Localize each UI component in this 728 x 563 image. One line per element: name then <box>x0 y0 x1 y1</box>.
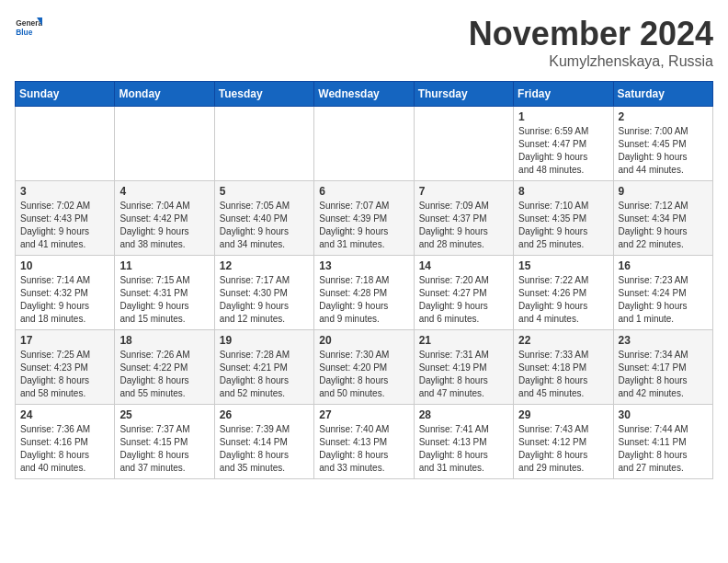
day-number: 10 <box>20 259 109 272</box>
day-info: Sunrise: 7:17 AM Sunset: 4:30 PM Dayligh… <box>220 274 309 326</box>
calendar-week-1: 1Sunrise: 6:59 AM Sunset: 4:47 PM Daylig… <box>16 107 713 181</box>
day-info: Sunrise: 6:59 AM Sunset: 4:47 PM Dayligh… <box>518 125 608 177</box>
day-info: Sunrise: 7:25 AM Sunset: 4:23 PM Dayligh… <box>20 349 109 400</box>
column-header-tuesday: Tuesday <box>214 82 313 107</box>
calendar-day-27: 27Sunrise: 7:40 AM Sunset: 4:13 PM Dayli… <box>314 405 414 479</box>
day-number: 4 <box>119 185 209 198</box>
empty-cell <box>314 107 414 181</box>
calendar-day-15: 15Sunrise: 7:22 AM Sunset: 4:26 PM Dayli… <box>514 256 613 330</box>
calendar-day-2: 2Sunrise: 7:00 AM Sunset: 4:45 PM Daylig… <box>613 107 712 181</box>
day-info: Sunrise: 7:36 AM Sunset: 4:16 PM Dayligh… <box>20 423 109 475</box>
day-info: Sunrise: 7:37 AM Sunset: 4:15 PM Dayligh… <box>119 423 209 475</box>
calendar-day-6: 6Sunrise: 7:07 AM Sunset: 4:39 PM Daylig… <box>314 181 414 256</box>
calendar-day-5: 5Sunrise: 7:05 AM Sunset: 4:40 PM Daylig… <box>214 181 313 256</box>
calendar-day-8: 8Sunrise: 7:10 AM Sunset: 4:35 PM Daylig… <box>514 181 613 256</box>
day-info: Sunrise: 7:33 AM Sunset: 4:18 PM Dayligh… <box>518 349 608 400</box>
day-number: 15 <box>518 259 608 272</box>
empty-cell <box>115 107 214 181</box>
month-title: November 2024 <box>469 15 713 53</box>
day-info: Sunrise: 7:26 AM Sunset: 4:22 PM Dayligh… <box>119 349 209 400</box>
day-info: Sunrise: 7:22 AM Sunset: 4:26 PM Dayligh… <box>518 274 608 326</box>
day-info: Sunrise: 7:12 AM Sunset: 4:34 PM Dayligh… <box>619 200 708 251</box>
column-header-friday: Friday <box>514 82 613 107</box>
calendar-day-7: 7Sunrise: 7:09 AM Sunset: 4:37 PM Daylig… <box>414 181 513 256</box>
day-number: 6 <box>319 185 408 198</box>
day-info: Sunrise: 7:14 AM Sunset: 4:32 PM Dayligh… <box>20 274 109 326</box>
calendar-day-20: 20Sunrise: 7:30 AM Sunset: 4:20 PM Dayli… <box>314 330 414 405</box>
calendar-day-26: 26Sunrise: 7:39 AM Sunset: 4:14 PM Dayli… <box>214 405 313 479</box>
column-header-wednesday: Wednesday <box>314 82 414 107</box>
day-number: 3 <box>20 185 109 198</box>
column-header-saturday: Saturday <box>613 82 712 107</box>
day-info: Sunrise: 7:43 AM Sunset: 4:12 PM Dayligh… <box>518 423 608 475</box>
day-number: 12 <box>220 259 309 272</box>
title-section: November 2024 Kumylzhenskaya, Russia <box>469 15 713 70</box>
calendar-day-28: 28Sunrise: 7:41 AM Sunset: 4:13 PM Dayli… <box>414 405 513 479</box>
day-number: 13 <box>319 259 408 272</box>
column-header-monday: Monday <box>115 82 214 107</box>
logo-icon: General Blue <box>15 15 42 42</box>
calendar-day-18: 18Sunrise: 7:26 AM Sunset: 4:22 PM Dayli… <box>115 330 214 405</box>
calendar-day-23: 23Sunrise: 7:34 AM Sunset: 4:17 PM Dayli… <box>613 330 712 405</box>
day-info: Sunrise: 7:10 AM Sunset: 4:35 PM Dayligh… <box>518 200 608 251</box>
calendar-week-5: 24Sunrise: 7:36 AM Sunset: 4:16 PM Dayli… <box>16 405 713 479</box>
calendar-day-24: 24Sunrise: 7:36 AM Sunset: 4:16 PM Dayli… <box>16 405 115 479</box>
column-header-sunday: Sunday <box>16 82 115 107</box>
calendar-day-30: 30Sunrise: 7:44 AM Sunset: 4:11 PM Dayli… <box>613 405 712 479</box>
day-number: 17 <box>20 334 109 347</box>
day-info: Sunrise: 7:23 AM Sunset: 4:24 PM Dayligh… <box>619 274 708 326</box>
calendar-day-22: 22Sunrise: 7:33 AM Sunset: 4:18 PM Dayli… <box>514 330 613 405</box>
day-number: 21 <box>419 334 508 347</box>
calendar-day-12: 12Sunrise: 7:17 AM Sunset: 4:30 PM Dayli… <box>214 256 313 330</box>
calendar-week-4: 17Sunrise: 7:25 AM Sunset: 4:23 PM Dayli… <box>16 330 713 405</box>
day-number: 8 <box>518 185 608 198</box>
day-info: Sunrise: 7:34 AM Sunset: 4:17 PM Dayligh… <box>619 349 708 400</box>
calendar-week-3: 10Sunrise: 7:14 AM Sunset: 4:32 PM Dayli… <box>16 256 713 330</box>
day-info: Sunrise: 7:28 AM Sunset: 4:21 PM Dayligh… <box>220 349 309 400</box>
calendar-day-16: 16Sunrise: 7:23 AM Sunset: 4:24 PM Dayli… <box>613 256 712 330</box>
day-number: 26 <box>220 408 309 421</box>
column-header-thursday: Thursday <box>414 82 513 107</box>
day-info: Sunrise: 7:05 AM Sunset: 4:40 PM Dayligh… <box>220 200 309 251</box>
day-number: 1 <box>518 110 608 123</box>
calendar-day-21: 21Sunrise: 7:31 AM Sunset: 4:19 PM Dayli… <box>414 330 513 405</box>
day-info: Sunrise: 7:07 AM Sunset: 4:39 PM Dayligh… <box>319 200 408 251</box>
day-number: 16 <box>619 259 708 272</box>
empty-cell <box>414 107 513 181</box>
day-info: Sunrise: 7:00 AM Sunset: 4:45 PM Dayligh… <box>619 125 708 177</box>
calendar-header-row: SundayMondayTuesdayWednesdayThursdayFrid… <box>16 82 713 107</box>
calendar-day-29: 29Sunrise: 7:43 AM Sunset: 4:12 PM Dayli… <box>514 405 613 479</box>
svg-text:Blue: Blue <box>16 28 33 37</box>
day-info: Sunrise: 7:15 AM Sunset: 4:31 PM Dayligh… <box>119 274 209 326</box>
day-info: Sunrise: 7:04 AM Sunset: 4:42 PM Dayligh… <box>119 200 209 251</box>
day-number: 24 <box>20 408 109 421</box>
calendar-day-9: 9Sunrise: 7:12 AM Sunset: 4:34 PM Daylig… <box>613 181 712 256</box>
calendar-day-1: 1Sunrise: 6:59 AM Sunset: 4:47 PM Daylig… <box>514 107 613 181</box>
calendar-table: SundayMondayTuesdayWednesdayThursdayFrid… <box>15 81 713 479</box>
day-number: 23 <box>619 334 708 347</box>
day-info: Sunrise: 7:41 AM Sunset: 4:13 PM Dayligh… <box>419 423 508 475</box>
day-number: 19 <box>220 334 309 347</box>
day-info: Sunrise: 7:09 AM Sunset: 4:37 PM Dayligh… <box>419 200 508 251</box>
day-info: Sunrise: 7:02 AM Sunset: 4:43 PM Dayligh… <box>20 200 109 251</box>
calendar-day-11: 11Sunrise: 7:15 AM Sunset: 4:31 PM Dayli… <box>115 256 214 330</box>
day-info: Sunrise: 7:40 AM Sunset: 4:13 PM Dayligh… <box>319 423 408 475</box>
day-number: 14 <box>419 259 508 272</box>
day-number: 20 <box>319 334 408 347</box>
empty-cell <box>214 107 313 181</box>
day-info: Sunrise: 7:30 AM Sunset: 4:20 PM Dayligh… <box>319 349 408 400</box>
calendar-week-2: 3Sunrise: 7:02 AM Sunset: 4:43 PM Daylig… <box>16 181 713 256</box>
day-number: 29 <box>518 408 608 421</box>
calendar-day-10: 10Sunrise: 7:14 AM Sunset: 4:32 PM Dayli… <box>16 256 115 330</box>
day-number: 25 <box>119 408 209 421</box>
day-number: 2 <box>619 110 708 123</box>
header: General Blue November 2024 Kumylzhenskay… <box>15 15 713 70</box>
day-number: 9 <box>619 185 708 198</box>
logo: General Blue <box>15 15 42 42</box>
empty-cell <box>16 107 115 181</box>
day-number: 28 <box>419 408 508 421</box>
calendar-day-25: 25Sunrise: 7:37 AM Sunset: 4:15 PM Dayli… <box>115 405 214 479</box>
day-number: 18 <box>119 334 209 347</box>
day-number: 30 <box>619 408 708 421</box>
calendar-day-13: 13Sunrise: 7:18 AM Sunset: 4:28 PM Dayli… <box>314 256 414 330</box>
